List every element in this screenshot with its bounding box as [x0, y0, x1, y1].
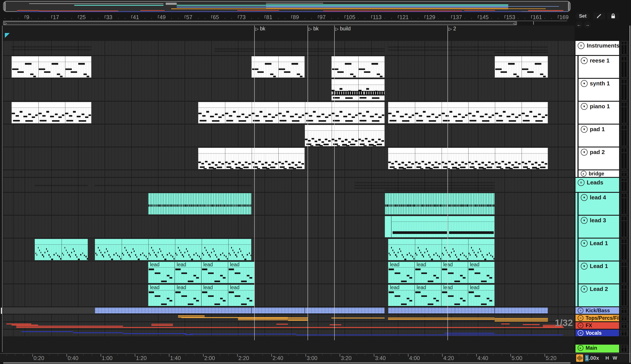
- midi-clip[interactable]: lead: [201, 262, 228, 283]
- midi-clip[interactable]: lead: [201, 284, 228, 306]
- track-lane-lead-1[interactable]: [3, 238, 575, 260]
- fold-chevron-icon[interactable]: ▾: [581, 126, 588, 133]
- midi-clip[interactable]: lead: [148, 262, 175, 283]
- midi-clip[interactable]: [495, 56, 548, 78]
- midi-clip[interactable]: lead: [468, 262, 495, 283]
- midi-clip[interactable]: [331, 56, 385, 78]
- track-lane-synth-1[interactable]: [3, 79, 575, 101]
- midi-clip[interactable]: lead: [415, 284, 441, 306]
- midi-clip[interactable]: [12, 102, 91, 124]
- arrangement-overview-strip[interactable]: [3, 1, 571, 12]
- thin-clip[interactable]: [445, 333, 495, 334]
- track-header-lead-1[interactable]: ▾Lead 1: [578, 262, 619, 284]
- midi-clip[interactable]: [198, 148, 305, 169]
- midi-clip[interactable]: [148, 193, 251, 214]
- audio-clip[interactable]: [305, 308, 385, 314]
- track-lane-pad-2[interactable]: [3, 148, 575, 170]
- thin-clip[interactable]: [238, 319, 288, 320]
- group-menu-icon[interactable]: ≡: [578, 179, 584, 186]
- track-header-piano-1[interactable]: ▾piano 1: [578, 102, 619, 124]
- thin-clip[interactable]: [238, 318, 288, 319]
- fold-chevron-icon[interactable]: ▾: [581, 57, 588, 64]
- midi-clip[interactable]: [251, 56, 305, 78]
- midi-clip[interactable]: [385, 193, 495, 214]
- track-lane-pad-1[interactable]: [3, 124, 575, 146]
- audio-clip[interactable]: [388, 308, 495, 314]
- track-header-tops-percs-fill[interactable]: ≡Tops/Percs/Fill: [575, 315, 619, 321]
- bottom-scrollbar[interactable]: [3, 362, 571, 364]
- audition-mode-button[interactable]: [576, 354, 583, 362]
- track-header-leads[interactable]: ≡Leads: [575, 178, 619, 192]
- nudge-right-button[interactable]: →: [584, 21, 591, 28]
- midi-clip[interactable]: lead: [415, 262, 441, 283]
- midi-clip[interactable]: [35, 239, 88, 260]
- section-marker[interactable]: ▷bk: [309, 26, 319, 32]
- time-ruler[interactable]: 0:200:401:001:201:402:002:202:403:003:20…: [0, 353, 631, 362]
- track-lane-kick-bass[interactable]: [3, 307, 575, 314]
- thin-clip[interactable]: [16, 327, 564, 328]
- audio-clip[interactable]: [251, 308, 305, 314]
- midi-clip[interactable]: [388, 102, 548, 124]
- track-header-pad-1[interactable]: ▾pad 1: [578, 124, 619, 146]
- thin-clip[interactable]: [388, 318, 495, 318]
- midi-clip[interactable]: [331, 79, 385, 100]
- thin-clip[interactable]: [151, 324, 173, 324]
- track-header-lead-4[interactable]: ▾lead 4: [578, 193, 619, 215]
- track-lane-leads[interactable]: [3, 178, 575, 192]
- track-header-synth-1[interactable]: ▾synth 1: [578, 79, 619, 101]
- fold-chevron-icon[interactable]: ▾: [581, 217, 588, 224]
- midi-clip[interactable]: [448, 216, 495, 238]
- thin-clip[interactable]: [21, 331, 73, 332]
- optimize-height-button[interactable]: H: [604, 355, 610, 361]
- track-lane-fx[interactable]: [3, 322, 575, 329]
- midi-clip[interactable]: [388, 239, 495, 260]
- horizontal-zoom-scrollbar[interactable]: ▷ ◁: [3, 21, 517, 25]
- section-marker[interactable]: ▷bk: [255, 26, 265, 32]
- midi-clip[interactable]: lead: [175, 262, 201, 283]
- scroll-right-icon[interactable]: ◁: [513, 22, 516, 25]
- track-header-vocals[interactable]: ≡Vocals: [575, 330, 619, 336]
- midi-clip[interactable]: [385, 216, 391, 238]
- track-lane-tops-percs-fill[interactable]: [3, 315, 575, 321]
- midi-clip[interactable]: lead: [388, 284, 415, 306]
- song-start-marker-icon[interactable]: [5, 33, 10, 38]
- group-menu-icon[interactable]: ≡: [578, 323, 583, 328]
- fold-chevron-icon[interactable]: ▾: [581, 286, 588, 292]
- playback-speed-control[interactable]: 1.00x: [584, 354, 600, 362]
- track-lane-bridge[interactable]: [3, 170, 575, 177]
- thin-clip[interactable]: [501, 324, 510, 324]
- track-lane-lead-1[interactable]: leadleadleadleadleadleadleadlead: [3, 262, 575, 284]
- section-marker[interactable]: ▷2: [449, 26, 456, 32]
- fold-chevron-icon[interactable]: ▾: [581, 240, 588, 247]
- track-header-lead-2[interactable]: ▾Lead 2: [578, 284, 619, 306]
- midi-clip[interactable]: lead: [441, 262, 468, 283]
- thin-clip[interactable]: [288, 320, 308, 321]
- arrangement-canvas[interactable]: leadleadleadleadleadleadleadleadleadlead…: [3, 26, 575, 353]
- thin-clip[interactable]: [330, 324, 341, 325]
- thin-clip[interactable]: [178, 315, 205, 316]
- track-header-instruments[interactable]: ≡Instruments: [575, 41, 619, 55]
- unfold-play-icon[interactable]: ▸: [578, 345, 583, 351]
- fold-chevron-icon[interactable]: ▾: [581, 103, 588, 110]
- optimize-width-button[interactable]: W: [612, 355, 618, 361]
- audio-clip[interactable]: [95, 308, 251, 314]
- group-menu-icon[interactable]: ≡: [578, 315, 583, 321]
- thin-clip[interactable]: [16, 326, 123, 326]
- track-lane-instruments[interactable]: [3, 41, 575, 55]
- midi-clip[interactable]: [12, 56, 91, 78]
- thin-clip[interactable]: [288, 317, 308, 318]
- section-marker[interactable]: ▷build: [335, 26, 351, 32]
- track-lane-lead-4[interactable]: [3, 193, 575, 215]
- midi-clip[interactable]: lead: [175, 284, 201, 306]
- thin-clip[interactable]: [190, 334, 296, 334]
- track-lane-lead-3[interactable]: [3, 216, 575, 238]
- thin-clip[interactable]: [296, 334, 563, 336]
- left-scrollbar[interactable]: [2, 26, 3, 352]
- thin-clip[interactable]: [123, 333, 186, 334]
- track-header-pad-2[interactable]: ▾pad 2: [578, 148, 619, 170]
- overview-left-handle[interactable]: [4, 2, 6, 11]
- fold-chevron-icon[interactable]: ▾: [581, 80, 588, 87]
- track-header-lead-1[interactable]: ▾Lead 1: [578, 238, 619, 260]
- thin-clip[interactable]: [73, 332, 123, 333]
- midi-clip[interactable]: lead: [441, 284, 468, 306]
